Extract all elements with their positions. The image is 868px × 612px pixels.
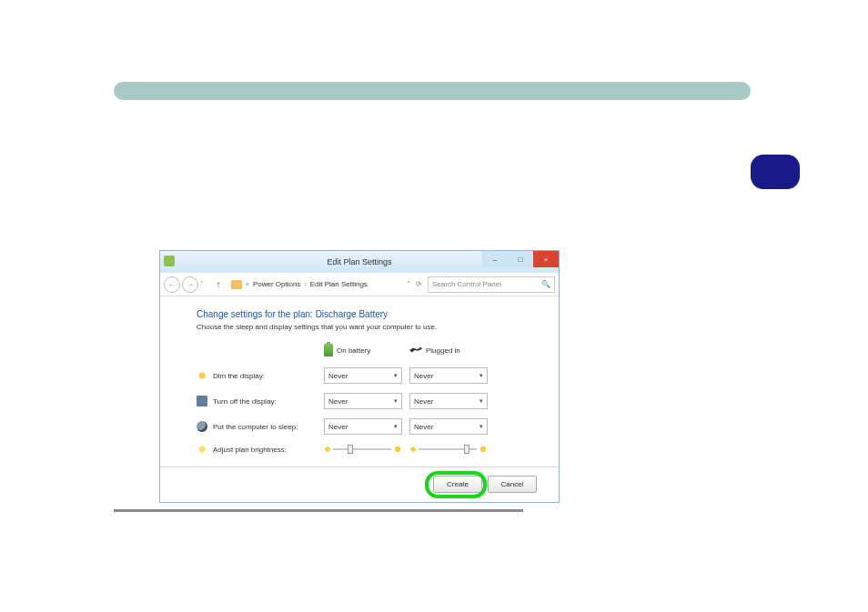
content-area: Change settings for the plan: Discharge … — [160, 296, 559, 502]
divider — [160, 467, 559, 467]
section-header-bar — [114, 82, 751, 100]
chevron-down-icon: ▾ — [479, 372, 483, 379]
search-placeholder: Search Control Panel — [432, 280, 501, 288]
moon-icon — [197, 421, 207, 432]
title-bar: Edit Plan Settings – □ × — [160, 251, 559, 273]
sleep-label: Put the computer to sleep: — [213, 423, 324, 431]
on-battery-label: On battery — [337, 346, 370, 355]
sleep-battery-select[interactable]: Never ▾ — [324, 418, 402, 435]
sleep-row: Put the computer to sleep: Never ▾ Never… — [197, 418, 522, 435]
dim-label: Dim the display: — [213, 372, 324, 380]
turnoff-battery-select[interactable]: Never ▾ — [324, 393, 402, 409]
chevron-down-icon: ▾ — [394, 423, 398, 430]
history-dropdown-icon[interactable]: ˅ — [200, 281, 209, 288]
close-button[interactable]: × — [533, 251, 559, 267]
create-button[interactable]: Create — [433, 476, 482, 493]
brightness-icon — [197, 444, 207, 455]
maximize-button[interactable]: □ — [508, 251, 533, 267]
refresh-icon[interactable]: ⟳ — [416, 280, 422, 288]
dim-display-row: Dim the display: Never ▾ Never ▾ — [197, 367, 522, 384]
plan-description: Choose the sleep and display settings th… — [197, 323, 522, 331]
plugged-in-label: Plugged in — [426, 346, 460, 355]
breadcrumb-power-options[interactable]: Power Options — [253, 280, 300, 288]
dim-plugged-select[interactable]: Never ▾ — [409, 367, 488, 384]
slider-thumb[interactable] — [348, 445, 353, 454]
monitor-icon — [197, 396, 207, 406]
chevron-down-icon: ▾ — [479, 423, 483, 430]
plug-icon — [409, 346, 422, 354]
dim-icon — [197, 370, 207, 381]
dim-battery-select[interactable]: Never ▾ — [324, 367, 402, 384]
address-controls: ˅ ⟳ — [407, 280, 426, 288]
footer-buttons: Create Cancel — [433, 476, 537, 493]
forward-button[interactable]: → — [182, 276, 198, 293]
sun-large-icon — [479, 445, 488, 454]
slider-track[interactable] — [333, 448, 391, 450]
sun-small-icon — [324, 446, 331, 453]
plan-title: Change settings for the plan: Discharge … — [197, 309, 522, 319]
battery-icon — [324, 344, 333, 356]
back-button[interactable]: ← — [164, 276, 180, 293]
app-icon — [164, 256, 175, 266]
chevron-right-icon: › — [304, 281, 306, 287]
step-indicator-pill — [751, 155, 800, 189]
minimize-button[interactable]: – — [482, 251, 508, 267]
brightness-row: Adjust plan brightness: — [197, 444, 522, 455]
chevron-down-icon: ▾ — [394, 372, 398, 379]
up-button[interactable]: ↑ — [211, 279, 226, 289]
turnoff-plugged-select[interactable]: Never ▾ — [409, 393, 488, 409]
on-battery-header: On battery — [324, 344, 409, 356]
slider-thumb[interactable] — [464, 445, 469, 454]
turnoff-plugged-value: Never — [414, 397, 433, 406]
turnoff-battery-value: Never — [328, 397, 348, 406]
search-input[interactable]: Search Control Panel 🔍 — [428, 276, 555, 293]
folder-icon — [231, 280, 242, 289]
window-title: Edit Plan Settings — [327, 257, 391, 266]
brightness-label: Adjust plan brightness: — [213, 446, 324, 454]
slider-track[interactable] — [419, 448, 477, 450]
sun-small-icon — [409, 446, 417, 453]
brightness-battery-slider[interactable] — [324, 445, 402, 454]
address-bar: ← → ˅ ↑ « Power Options › Edit Plan Sett… — [160, 273, 559, 296]
chevron-down-icon: ▾ — [394, 397, 398, 405]
plugged-in-header: Plugged in — [409, 346, 495, 355]
sun-large-icon — [393, 445, 402, 454]
sleep-plugged-value: Never — [414, 423, 433, 431]
breadcrumb-edit-plan-settings[interactable]: Edit Plan Settings — [310, 280, 368, 288]
search-icon: 🔍 — [541, 280, 550, 288]
column-headers: On battery Plugged in — [197, 344, 522, 356]
chevron-down-icon: ▾ — [479, 397, 483, 405]
breadcrumb-prefix-icon: « — [246, 281, 249, 287]
dim-battery-value: Never — [328, 372, 348, 380]
sleep-battery-value: Never — [328, 423, 348, 431]
cancel-button[interactable]: Cancel — [488, 476, 537, 493]
breadcrumb: « Power Options › Edit Plan Settings — [227, 280, 405, 289]
edit-plan-settings-window: Edit Plan Settings – □ × ← → ˅ ↑ « Power… — [159, 250, 560, 503]
dim-plugged-value: Never — [414, 372, 433, 380]
brightness-plugged-slider[interactable] — [409, 445, 488, 454]
window-controls: – □ × — [482, 251, 559, 267]
breadcrumb-dropdown-icon[interactable]: ˅ — [407, 280, 410, 288]
turnoff-display-row: Turn off the display: Never ▾ Never ▾ — [197, 393, 522, 409]
page-divider — [114, 509, 523, 512]
sleep-plugged-select[interactable]: Never ▾ — [409, 418, 488, 435]
turnoff-label: Turn off the display: — [213, 397, 324, 406]
